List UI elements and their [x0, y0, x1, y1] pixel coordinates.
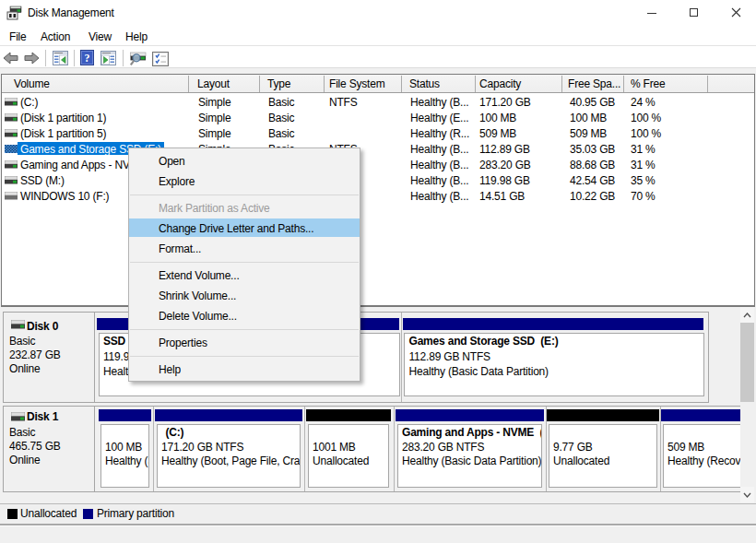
svg-text:?: ? [85, 52, 90, 65]
